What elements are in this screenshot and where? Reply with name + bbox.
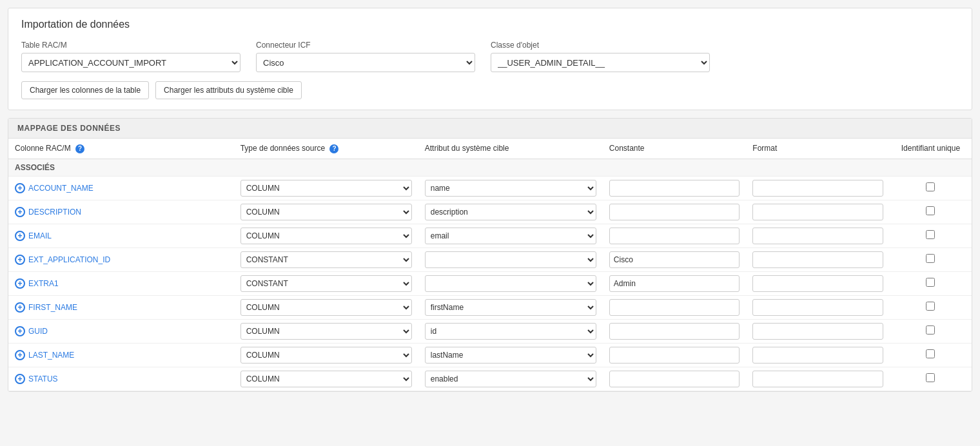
row-format-cell bbox=[746, 224, 890, 247]
row-name: STATUS bbox=[28, 374, 58, 383]
format-input[interactable] bbox=[752, 204, 883, 220]
row-format-cell bbox=[746, 343, 890, 367]
source-type-select[interactable]: COLUMNCONSTANT bbox=[240, 275, 412, 292]
table-header-row: Colonne RAC/M ? Type de données source ?… bbox=[8, 139, 972, 159]
constant-input[interactable] bbox=[609, 204, 740, 220]
table-row: + EMAIL COLUMNCONSTANTnamedescriptionema… bbox=[8, 224, 972, 247]
table-row: + ACCOUNT_NAME COLUMNCONSTANTnamedescrip… bbox=[8, 176, 972, 200]
table-select[interactable]: APPLICATION_ACCOUNT_IMPORT bbox=[21, 53, 240, 72]
row-name: EXT_APPLICATION_ID bbox=[28, 255, 110, 264]
constant-input[interactable] bbox=[609, 371, 740, 387]
source-type-select[interactable]: COLUMNCONSTANT bbox=[240, 371, 412, 387]
attribute-select[interactable]: namedescriptionemailfirstNamelastNameide… bbox=[425, 275, 596, 292]
add-row-icon[interactable]: + bbox=[15, 326, 25, 336]
load-attrs-button[interactable]: Charger les attributs du système cible bbox=[155, 81, 302, 99]
row-source-cell: COLUMNCONSTANT bbox=[234, 295, 418, 319]
constant-input[interactable] bbox=[609, 228, 740, 244]
racm-help-icon[interactable]: ? bbox=[75, 144, 84, 153]
source-type-select[interactable]: COLUMNCONSTANT bbox=[240, 323, 412, 340]
attribute-select[interactable]: namedescriptionemailfirstNamelastNameide… bbox=[425, 228, 596, 244]
attribute-select[interactable]: namedescriptionemailfirstNamelastNameide… bbox=[425, 347, 596, 364]
add-row-icon[interactable]: + bbox=[15, 278, 25, 289]
row-format-cell bbox=[746, 200, 890, 224]
col-header-source: Type de données source ? bbox=[234, 139, 418, 159]
attribute-select[interactable]: namedescriptionemailfirstNamelastNameide… bbox=[425, 299, 596, 316]
format-input[interactable] bbox=[752, 251, 883, 268]
row-constant-cell bbox=[603, 176, 747, 200]
add-row-icon[interactable]: + bbox=[15, 350, 25, 360]
row-name-cell: + LAST_NAME bbox=[8, 343, 234, 367]
source-type-select[interactable]: COLUMNCONSTANT bbox=[240, 204, 412, 220]
attribute-select[interactable]: namedescriptionemailfirstNamelastNameide… bbox=[425, 204, 596, 220]
table-label: Table RAC/M bbox=[21, 41, 240, 50]
unique-checkbox[interactable] bbox=[926, 182, 935, 191]
add-row-icon[interactable]: + bbox=[15, 374, 25, 384]
attribute-select[interactable]: namedescriptionemailfirstNamelastNameide… bbox=[425, 323, 596, 340]
add-row-icon[interactable]: + bbox=[15, 183, 25, 193]
add-row-icon[interactable]: + bbox=[15, 231, 25, 241]
constant-input[interactable] bbox=[609, 275, 740, 292]
mapping-tbody: ASSOCIÉS + ACCOUNT_NAME COLUMNCONSTANTna… bbox=[8, 159, 972, 391]
connector-select[interactable]: Cisco bbox=[256, 53, 475, 72]
add-row-icon[interactable]: + bbox=[15, 207, 25, 217]
format-input[interactable] bbox=[752, 347, 883, 364]
unique-checkbox[interactable] bbox=[926, 206, 935, 215]
attribute-select[interactable]: namedescriptionemailfirstNamelastNameide… bbox=[425, 371, 596, 387]
table-row: + GUID COLUMNCONSTANTnamedescriptionemai… bbox=[8, 319, 972, 343]
format-input[interactable] bbox=[752, 180, 883, 197]
add-row-icon[interactable]: + bbox=[15, 255, 25, 265]
row-attr-cell: namedescriptionemailfirstNamelastNameide… bbox=[418, 319, 603, 343]
unique-checkbox[interactable] bbox=[926, 373, 935, 382]
unique-checkbox[interactable] bbox=[926, 254, 935, 263]
format-input[interactable] bbox=[752, 299, 883, 316]
unique-checkbox[interactable] bbox=[926, 349, 935, 358]
row-unique-cell bbox=[890, 319, 972, 343]
row-source-cell: COLUMNCONSTANT bbox=[234, 176, 418, 200]
page-title: Importation de données bbox=[21, 19, 959, 30]
row-source-cell: COLUMNCONSTANT bbox=[234, 271, 418, 295]
unique-checkbox[interactable] bbox=[926, 302, 935, 311]
constant-input[interactable] bbox=[609, 180, 740, 197]
format-input[interactable] bbox=[752, 275, 883, 292]
source-type-select[interactable]: COLUMNCONSTANT bbox=[240, 180, 412, 197]
source-type-select[interactable]: COLUMNCONSTANT bbox=[240, 228, 412, 244]
format-input[interactable] bbox=[752, 323, 883, 340]
unique-checkbox[interactable] bbox=[926, 230, 935, 239]
row-name: EXTRA1 bbox=[28, 279, 59, 288]
load-columns-button[interactable]: Charger les colonnes de la table bbox=[21, 81, 149, 99]
row-name: FIRST_NAME bbox=[28, 303, 77, 312]
constant-input[interactable] bbox=[609, 299, 740, 316]
row-name: GUID bbox=[28, 327, 48, 336]
row-constant-cell bbox=[603, 343, 747, 367]
source-type-select[interactable]: COLUMNCONSTANT bbox=[240, 299, 412, 316]
class-select[interactable]: __USER_ADMIN_DETAIL__ bbox=[491, 53, 710, 72]
format-input[interactable] bbox=[752, 371, 883, 387]
row-attr-cell: namedescriptionemailfirstNamelastNameide… bbox=[418, 343, 603, 367]
unique-checkbox[interactable] bbox=[926, 278, 935, 287]
source-type-select[interactable]: COLUMNCONSTANT bbox=[240, 347, 412, 364]
constant-input[interactable] bbox=[609, 323, 740, 340]
import-section: Importation de données Table RAC/M APPLI… bbox=[8, 8, 972, 110]
row-name-cell: + GUID bbox=[8, 319, 234, 343]
unique-checkbox[interactable] bbox=[926, 325, 935, 334]
constant-input[interactable] bbox=[609, 251, 740, 268]
source-help-icon[interactable]: ? bbox=[329, 144, 338, 153]
row-constant-cell bbox=[603, 295, 747, 319]
row-format-cell bbox=[746, 295, 890, 319]
attribute-select[interactable]: namedescriptionemailfirstNamelastNameide… bbox=[425, 180, 596, 197]
row-attr-cell: namedescriptionemailfirstNamelastNameide… bbox=[418, 224, 603, 247]
table-row: + STATUS COLUMNCONSTANTnamedescriptionem… bbox=[8, 367, 972, 391]
format-input[interactable] bbox=[752, 228, 883, 244]
group-label: ASSOCIÉS bbox=[8, 159, 972, 176]
source-type-select[interactable]: COLUMNCONSTANT bbox=[240, 251, 412, 268]
constant-input[interactable] bbox=[609, 347, 740, 364]
row-name-cell: + FIRST_NAME bbox=[8, 295, 234, 319]
row-source-cell: COLUMNCONSTANT bbox=[234, 367, 418, 391]
row-attr-cell: namedescriptionemailfirstNamelastNameide… bbox=[418, 176, 603, 200]
add-row-icon[interactable]: + bbox=[15, 302, 25, 313]
col-header-racm: Colonne RAC/M ? bbox=[8, 139, 234, 159]
col-header-unique: Identifiant unique bbox=[890, 139, 972, 159]
attribute-select[interactable]: namedescriptionemailfirstNamelastNameide… bbox=[425, 251, 596, 268]
row-attr-cell: namedescriptionemailfirstNamelastNameide… bbox=[418, 271, 603, 295]
row-unique-cell bbox=[890, 224, 972, 247]
